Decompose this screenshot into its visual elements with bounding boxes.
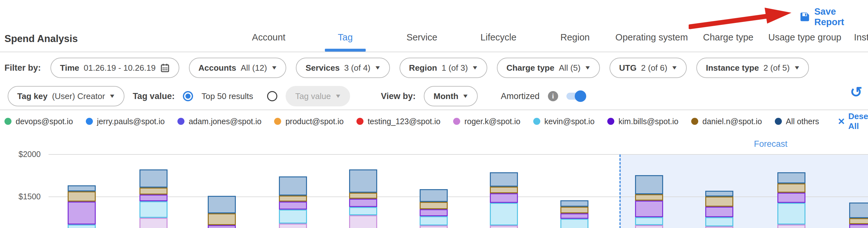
bar-9-segment[interactable]	[635, 201, 663, 217]
bar-11-segment[interactable]	[777, 203, 805, 225]
bar-9-segment[interactable]	[635, 225, 663, 228]
save-report-button[interactable]: Save Report	[799, 6, 868, 27]
bar-10-segment[interactable]	[705, 191, 733, 196]
pill-value: All (12)	[241, 63, 267, 73]
filter-pill-region[interactable]: Region1 (of 3)▼	[400, 58, 487, 78]
filter-pill-utg[interactable]: UTG2 (of 6)▼	[610, 58, 687, 78]
legend-item[interactable]: adam.jones@spot.io	[178, 117, 261, 126]
bar-9-segment[interactable]	[635, 194, 663, 201]
bar-8-segment[interactable]	[560, 213, 588, 219]
bar-1-segment[interactable]	[68, 191, 96, 201]
bar-3-segment[interactable]	[208, 225, 236, 228]
bar-4-segment[interactable]	[279, 224, 307, 228]
bar-4-segment[interactable]	[279, 177, 307, 195]
bar-1-segment[interactable]	[68, 185, 96, 191]
bar-6-segment[interactable]	[420, 189, 448, 202]
tab-usage-type-group[interactable]: Usage type group	[767, 32, 843, 43]
bar-7-segment[interactable]	[490, 225, 518, 228]
bar-4-segment[interactable]	[279, 210, 307, 224]
legend-label: product@spot.io	[285, 117, 343, 126]
legend-item[interactable]: jerry.pauls@spot.io	[86, 117, 165, 126]
bar-9-segment[interactable]	[635, 217, 663, 225]
legend-item[interactable]: roger.k@spot.io	[453, 117, 520, 126]
filter-pill-accounts[interactable]: AccountsAll (12)▼	[189, 58, 286, 78]
tab-account[interactable]: Account	[230, 32, 307, 43]
bar-1-segment[interactable]	[68, 225, 96, 228]
tag-value-radio[interactable]	[267, 91, 277, 101]
bar-4-segment[interactable]	[279, 201, 307, 210]
bar-6-segment[interactable]	[420, 209, 448, 217]
top50-radio[interactable]	[183, 91, 193, 101]
legend-item[interactable]: daniel.n@spot.io	[691, 117, 762, 126]
bar-2-segment[interactable]	[140, 169, 167, 188]
tag-filter-bar: Tag key (User) Creator ▼ Tag value: Top …	[0, 83, 868, 110]
filter-pill-charge-type[interactable]: Charge typeAll (5)▼	[497, 58, 600, 78]
bar-8-segment[interactable]	[560, 219, 588, 228]
tab-service[interactable]: Service	[383, 32, 460, 43]
bar-3-segment[interactable]	[208, 196, 236, 213]
bar-11-segment[interactable]	[777, 183, 805, 193]
legend-item[interactable]: testing_123@spot.io	[356, 117, 440, 126]
bar-7-segment[interactable]	[490, 203, 518, 226]
bar-12-segment[interactable]	[849, 218, 868, 224]
bar-8-segment[interactable]	[560, 200, 588, 207]
bar-6-segment[interactable]	[420, 216, 448, 225]
tab-operating-system[interactable]: Operating system	[613, 32, 690, 43]
x-icon: ✕	[838, 116, 845, 127]
tab-region[interactable]: Region	[537, 32, 613, 43]
bar-10-segment[interactable]	[705, 207, 733, 217]
bar-2-segment[interactable]	[140, 188, 167, 195]
bar-10-segment[interactable]	[705, 226, 733, 228]
bar-11-segment[interactable]	[777, 225, 805, 228]
bar-7-segment[interactable]	[490, 187, 518, 193]
tab-tag[interactable]: Tag	[307, 32, 383, 43]
filter-pill-services[interactable]: Services3 (of 4)▼	[296, 58, 390, 78]
legend-item[interactable]: kevin@spot.io	[533, 117, 594, 126]
filter-pill-instance-type[interactable]: Instance type2 (of 5)▼	[696, 58, 809, 78]
legend-label: jerry.pauls@spot.io	[97, 117, 165, 126]
caret-down-icon: ▼	[271, 65, 278, 71]
bar-12-segment[interactable]	[849, 202, 868, 218]
bar-7-segment[interactable]	[490, 193, 518, 202]
bar-11-segment[interactable]	[777, 172, 805, 183]
bar-3-segment[interactable]	[208, 213, 236, 225]
bar-5-segment[interactable]	[349, 169, 377, 193]
tab-lifecycle[interactable]: Lifecycle	[460, 32, 537, 43]
bar-7-segment[interactable]	[490, 172, 518, 187]
legend-item[interactable]: devops@spot.io	[4, 117, 73, 126]
bar-11-segment[interactable]	[777, 193, 805, 203]
bar-10-segment[interactable]	[705, 196, 733, 207]
bar-2-segment[interactable]	[140, 218, 167, 228]
reset-filters-icon[interactable]: ↺	[850, 83, 862, 101]
bar-12-segment[interactable]	[849, 224, 868, 228]
bar-2-segment[interactable]	[140, 201, 167, 218]
view-by-pill[interactable]: Month ▼	[424, 86, 478, 106]
legend-item[interactable]: kim.bills@spot.io	[607, 117, 678, 126]
bar-4-segment[interactable]	[279, 195, 307, 201]
filter-pill-time[interactable]: Time01.26.19 - 10.26.19	[51, 58, 179, 78]
deselect-all-button[interactable]: ✕Deselect All	[838, 111, 868, 131]
bar-1-segment[interactable]	[68, 201, 96, 225]
pill-label: Time	[60, 63, 79, 73]
y-axis-tick: $1500	[0, 192, 38, 201]
pill-value: 01.26.19 - 10.26.19	[84, 63, 156, 73]
pill-value: 2 (of 5)	[763, 63, 789, 73]
bar-5-segment[interactable]	[349, 193, 377, 199]
bar-6-segment[interactable]	[420, 202, 448, 209]
tab-charge-type[interactable]: Charge type	[690, 32, 767, 43]
info-icon[interactable]: i	[548, 91, 558, 101]
bar-5-segment[interactable]	[349, 215, 377, 228]
bar-8-segment[interactable]	[560, 207, 588, 213]
legend-item[interactable]: product@spot.io	[274, 117, 343, 126]
bar-2-segment[interactable]	[140, 195, 167, 201]
tab-inst[interactable]: Inst	[854, 32, 868, 43]
tag-key-pill[interactable]: Tag key (User) Creator ▼	[8, 86, 124, 106]
tag-value-pill: Tag value ▼	[286, 86, 350, 106]
legend-item[interactable]: All others	[775, 117, 819, 126]
bar-10-segment[interactable]	[705, 217, 733, 226]
bar-9-segment[interactable]	[635, 175, 663, 194]
bar-6-segment[interactable]	[420, 225, 448, 228]
amortized-toggle[interactable]	[566, 93, 585, 100]
bar-5-segment[interactable]	[349, 207, 377, 215]
bar-5-segment[interactable]	[349, 199, 377, 207]
